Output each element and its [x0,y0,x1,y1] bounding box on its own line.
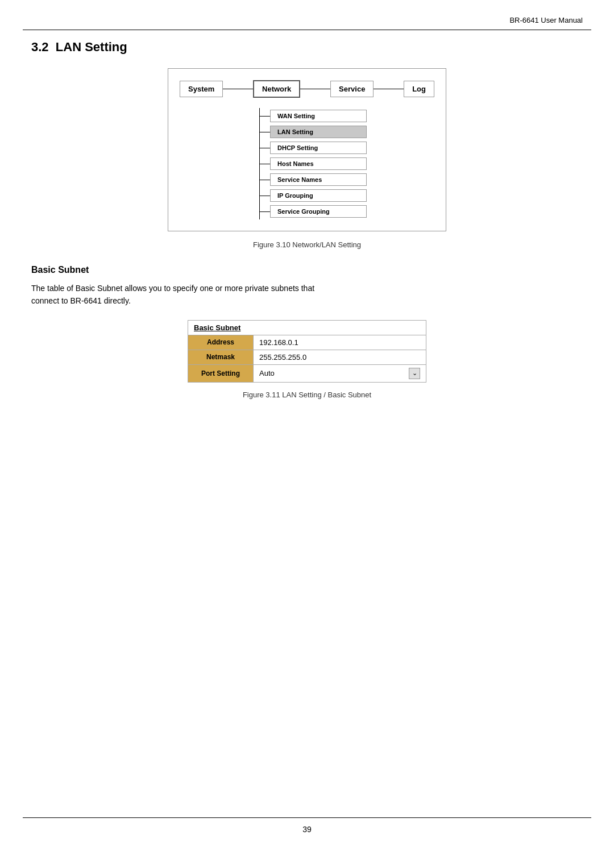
submenu-area: WAN Setting LAN Setting DHCP Setting [248,108,434,219]
value-address: 192.168.0.1 [254,335,426,350]
submenu-row-6: Service Grouping [260,203,367,219]
nav-top-row: System Network Service Log [180,80,434,98]
nav-log[interactable]: Log [404,81,434,97]
nav-line-3 [374,89,404,89]
submenu-lan[interactable]: LAN Setting [270,126,367,138]
submenu-h-line-2 [260,148,270,148]
port-setting-select[interactable]: Auto ⌄ [259,368,420,379]
subnet-table-wrapper: Basic Subnet Address 192.168.0.1 Netmask… [188,320,426,383]
dropdown-arrow-icon[interactable]: ⌄ [409,368,420,379]
main-content: 3.2 LAN Setting System Network Service L… [31,40,583,399]
submenu-h-line-3 [260,164,270,164]
nav-line-2 [300,89,330,89]
value-netmask: 255.255.255.0 [254,350,426,364]
submenu-dhcp[interactable]: DHCP Setting [270,142,367,154]
submenu-h-line-5 [260,196,270,196]
table-row-address: Address 192.168.0.1 [188,335,426,350]
section-title: 3.2 LAN Setting [31,40,583,55]
submenu-row-2: DHCP Setting [260,140,367,156]
submenu-row-5: IP Grouping [260,188,367,203]
subnet-table: Basic Subnet Address 192.168.0.1 Netmask… [188,320,426,383]
submenu-row-1: LAN Setting [260,124,367,140]
submenu-h-line-1 [260,132,270,132]
bottom-rule [23,817,591,818]
manual-title: BR-6641 User Manual [509,16,583,24]
table-row-netmask: Netmask 255.255.255.0 [188,350,426,364]
basic-subnet-heading: Basic Subnet [31,265,583,275]
section-description: The table of Basic Subnet allows you to … [31,282,583,308]
submenu-wan[interactable]: WAN Setting [270,110,367,122]
value-portsetting: Auto ⌄ [254,364,426,382]
table-row-portsetting: Port Setting Auto ⌄ [188,364,426,382]
nav-network[interactable]: Network [253,80,300,98]
submenu-hostnames[interactable]: Host Names [270,157,367,170]
label-portsetting: Port Setting [188,364,254,382]
page-number: 39 [302,825,312,834]
label-address: Address [188,335,254,350]
submenu-ipgrouping[interactable]: IP Grouping [270,189,367,202]
nav-system[interactable]: System [180,81,223,97]
label-netmask: Netmask [188,350,254,364]
nav-diagram: System Network Service Log WAN Se [168,68,446,231]
submenu-row-3: Host Names [260,156,367,172]
submenu-items: WAN Setting LAN Setting DHCP Setting [260,108,367,219]
submenu-h-line-4 [260,180,270,180]
page-header: BR-6641 User Manual [509,16,583,24]
submenu-servicenames[interactable]: Service Names [270,173,367,186]
basic-subnet-section: Basic Subnet The table of Basic Subnet a… [31,265,583,399]
submenu-h-line-6 [260,211,270,212]
nav-line-1 [223,89,253,89]
figure-3-11-caption: Figure 3.11 LAN Setting / Basic Subnet [31,391,583,399]
submenu-h-line-0 [260,116,270,117]
table-title: Basic Subnet [188,320,426,335]
submenu-servicegrouping[interactable]: Service Grouping [270,205,367,218]
port-setting-value: Auto [259,369,409,377]
figure-3-10-caption: Figure 3.10 Network/LAN Setting [31,240,583,249]
top-rule [23,30,591,30]
submenu-row-4: Service Names [260,172,367,188]
submenu-row-0: WAN Setting [260,108,367,124]
nav-service[interactable]: Service [330,81,374,97]
